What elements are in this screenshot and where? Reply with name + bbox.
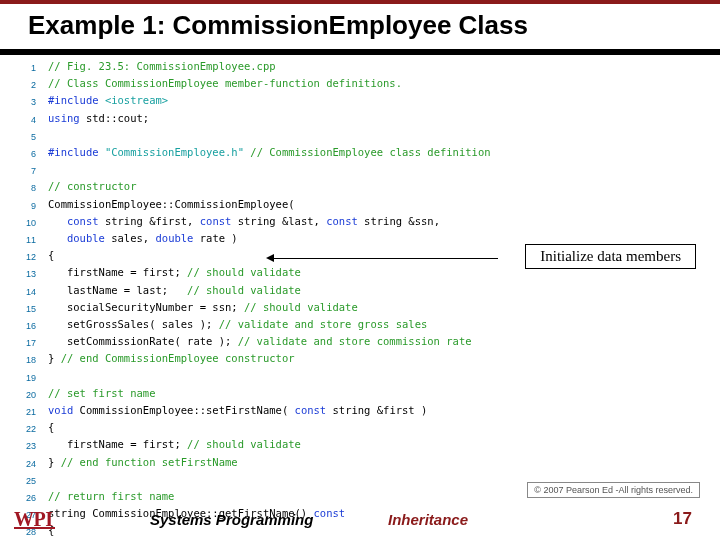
line-content: [36, 472, 48, 489]
line-number: 3: [14, 93, 36, 110]
code-line: 9CommissionEmployee::CommissionEmployee(: [14, 197, 710, 214]
line-content: } // end CommissionEmployee constructor: [36, 351, 295, 368]
slide-title: Example 1: CommissionEmployee Class: [28, 10, 700, 41]
line-number: 7: [14, 162, 36, 179]
code-line: 7: [14, 162, 710, 179]
line-number: 2: [14, 76, 36, 93]
line-content: firstName = first; // should validate: [36, 265, 301, 282]
line-content: // Class CommissionEmployee member-funct…: [36, 76, 402, 93]
code-line: 10 const string &first, const string &la…: [14, 214, 710, 231]
line-content: socialSecurityNumber = ssn; // should va…: [36, 300, 358, 317]
line-number: 19: [14, 369, 36, 386]
line-content: lastName = last; // should validate: [36, 283, 301, 300]
code-line: 23 firstName = first; // should validate: [14, 437, 710, 454]
line-content: #include "CommissionEmployee.h" // Commi…: [36, 145, 491, 162]
line-content: } // end function setFirstName: [36, 455, 238, 472]
line-number: 11: [14, 231, 36, 248]
line-content: const string &first, const string &last,…: [36, 214, 440, 231]
line-number: 14: [14, 283, 36, 300]
line-number: 8: [14, 179, 36, 196]
line-content: // Fig. 23.5: CommissionEmployee.cpp: [36, 59, 276, 76]
slide: Example 1: CommissionEmployee Class 1// …: [0, 0, 720, 540]
line-content: {: [36, 248, 54, 265]
line-number: 20: [14, 386, 36, 403]
code-line: 15 socialSecurityNumber = ssn; // should…: [14, 300, 710, 317]
line-content: // set first name: [36, 386, 155, 403]
footer: WPI Systems Programming Inheritance 17: [0, 504, 720, 534]
code-line: 18} // end CommissionEmployee constructo…: [14, 351, 710, 368]
line-content: setGrossSales( sales ); // validate and …: [36, 317, 427, 334]
line-content: {: [36, 420, 54, 437]
code-line: 21void CommissionEmployee::setFirstName(…: [14, 403, 710, 420]
code-line: 17 setCommissionRate( rate ); // validat…: [14, 334, 710, 351]
footer-left: Systems Programming: [150, 511, 313, 528]
line-number: 12: [14, 248, 36, 265]
code-line: 14 lastName = last; // should validate: [14, 283, 710, 300]
code-line: 1// Fig. 23.5: CommissionEmployee.cpp: [14, 59, 710, 76]
line-number: 25: [14, 472, 36, 489]
line-number: 10: [14, 214, 36, 231]
code-line: 24} // end function setFirstName: [14, 455, 710, 472]
code-line: 3#include <iostream>: [14, 93, 710, 110]
line-content: setCommissionRate( rate ); // validate a…: [36, 334, 472, 351]
line-number: 13: [14, 265, 36, 282]
code-line: 22{: [14, 420, 710, 437]
line-number: 1: [14, 59, 36, 76]
line-content: [36, 162, 48, 179]
line-number: 6: [14, 145, 36, 162]
line-content: // constructor: [36, 179, 137, 196]
line-content: [36, 128, 48, 145]
code-line: 19: [14, 369, 710, 386]
line-content: double sales, double rate ): [36, 231, 238, 248]
line-content: using std::cout;: [36, 111, 149, 128]
copyright-text: © 2007 Pearson Ed -All rights reserved.: [527, 482, 700, 498]
line-number: 5: [14, 128, 36, 145]
line-number: 23: [14, 437, 36, 454]
line-number: 22: [14, 420, 36, 437]
page-number: 17: [673, 509, 692, 529]
line-number: 4: [14, 111, 36, 128]
line-number: 16: [14, 317, 36, 334]
line-number: 17: [14, 334, 36, 351]
line-number: 15: [14, 300, 36, 317]
title-band: Example 1: CommissionEmployee Class: [0, 0, 720, 55]
line-number: 21: [14, 403, 36, 420]
line-number: 24: [14, 455, 36, 472]
code-line: 4using std::cout;: [14, 111, 710, 128]
code-line: 2// Class CommissionEmployee member-func…: [14, 76, 710, 93]
line-number: 9: [14, 197, 36, 214]
callout-arrow-line: [272, 258, 498, 259]
code-line: 6#include "CommissionEmployee.h" // Comm…: [14, 145, 710, 162]
code-listing: 1// Fig. 23.5: CommissionEmployee.cpp2//…: [0, 55, 720, 540]
callout-box: Initialize data members: [525, 244, 696, 269]
callout-arrow-head-icon: [266, 254, 274, 262]
line-number: 18: [14, 351, 36, 368]
code-line: 20// set first name: [14, 386, 710, 403]
code-line: 5: [14, 128, 710, 145]
line-content: void CommissionEmployee::setFirstName( c…: [36, 403, 427, 420]
line-content: CommissionEmployee::CommissionEmployee(: [36, 197, 295, 214]
line-content: firstName = first; // should validate: [36, 437, 301, 454]
code-line: 16 setGrossSales( sales ); // validate a…: [14, 317, 710, 334]
wpi-logo: WPI: [14, 508, 53, 531]
line-content: [36, 369, 48, 386]
code-line: 8// constructor: [14, 179, 710, 196]
title-container: Example 1: CommissionEmployee Class: [0, 4, 720, 49]
line-content: #include <iostream>: [36, 93, 168, 110]
footer-center: Inheritance: [388, 511, 468, 528]
